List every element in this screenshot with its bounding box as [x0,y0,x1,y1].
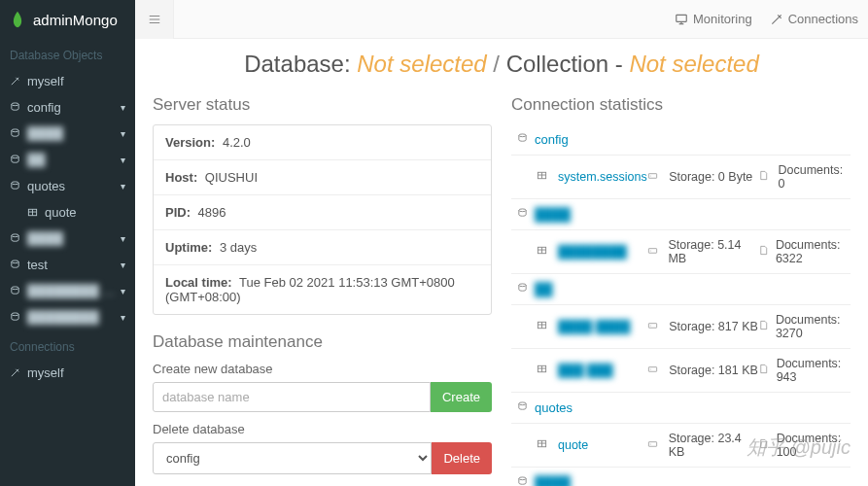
chevron-down-icon: ▾ [121,312,125,323]
db-row: ██ [511,274,851,305]
topbar: Monitoring Connections [135,0,868,39]
svg-point-7 [12,287,18,290]
db-icon [517,132,535,147]
collection-row: ███ ███Storage: 181 KBDocuments: 943 [511,349,851,393]
server-status-heading: Server status [153,95,492,115]
magic-icon [10,367,21,378]
create-db-button[interactable]: Create [431,382,492,412]
brand-title: adminMongo [33,12,118,28]
magic-icon [10,76,21,87]
delete-db-select[interactable]: config [153,442,432,474]
svg-rect-23 [649,367,657,372]
collection-link[interactable]: ████ ████ [558,320,630,333]
storage-value: Storage: 5.14 MB [668,238,758,265]
page-title: Database: Not selected / Collection - No… [153,51,851,78]
sidebar-item-test[interactable]: test▾ [0,252,135,278]
server-status-row: Host: QIUSHUI [154,160,491,195]
monitor-icon [675,13,688,26]
connections-link[interactable]: Connections [770,12,858,26]
disk-icon [647,438,663,452]
db-icon [517,282,535,296]
db-icon [517,400,535,415]
svg-point-2 [12,156,18,158]
sidebar-item-████████-███[interactable]: ████████ ███▾ [0,278,135,304]
collection-link[interactable]: ████████ [558,245,627,259]
sidebar-item-label: config [27,100,121,115]
db-link[interactable]: config [535,132,569,147]
disk-icon [647,320,663,333]
db-link[interactable]: quotes [535,400,573,415]
sidebar-item-████[interactable]: ████▾ [0,226,135,252]
svg-point-1 [12,129,18,132]
sidebar-item-config[interactable]: config▾ [0,94,135,121]
storage-value: Storage: 23.4 KB [669,432,759,459]
disk-icon [647,364,663,377]
sidebar-conn-myself[interactable]: myself [0,360,135,386]
logo-icon [8,10,27,29]
sidebar-item-label: ████ [27,231,121,246]
collection-link[interactable]: quote [558,438,588,452]
collection-link[interactable]: ███ ███ [558,364,613,377]
sidebar-item-quote[interactable]: quote [0,199,135,226]
svg-point-25 [519,402,526,405]
db-icon [10,286,21,296]
collection-link[interactable]: system.sessions [558,170,647,184]
monitoring-link[interactable]: Monitoring [675,12,752,26]
db-row: ████ [511,468,851,486]
svg-point-3 [12,182,18,185]
table-icon [537,438,552,452]
main-area: Monitoring Connections Database: Not sel… [135,0,868,486]
svg-point-14 [519,209,526,212]
doc-icon [758,245,770,259]
menu-toggle-button[interactable] [135,0,174,39]
server-status-row: Version: 4.2.0 [154,125,491,160]
sidebar-item-██[interactable]: ██▾ [0,147,135,173]
storage-value: Storage: 181 KB [669,364,758,377]
svg-point-10 [519,134,526,137]
content: Database: Not selected / Collection - No… [135,39,868,486]
storage-value: Storage: 0 Byte [669,170,752,184]
hamburger-icon [148,13,161,26]
db-link[interactable]: ████ [535,207,571,222]
svg-rect-20 [649,324,657,329]
sidebar-item-label: quotes [27,179,121,193]
svg-rect-12 [649,174,657,179]
sidebar-item-myself[interactable]: myself [0,68,135,94]
sidebar-item-label: ████ [27,126,121,141]
db-link[interactable]: ████ [535,475,571,486]
sidebar-item-████████[interactable]: ████████▾ [0,304,135,330]
db-icon [10,102,21,113]
svg-rect-27 [649,442,657,447]
db-icon [517,475,535,486]
sidebar-section-connections: Connections [0,330,135,360]
collection-value: Not selected [629,51,758,77]
docs-value: Documents: 6322 [776,238,845,265]
chevron-down-icon: ▾ [121,286,125,296]
db-row: config [511,124,851,156]
sidebar-item-label: myself [27,365,125,380]
table-icon [537,364,552,377]
doc-icon [758,438,770,452]
delete-db-button[interactable]: Delete [432,442,492,474]
sidebar-item-label: test [27,258,121,272]
docs-value: Documents: 100 [777,432,845,459]
db-icon [517,207,535,222]
docs-value: Documents: 943 [777,357,845,384]
create-db-input[interactable] [153,382,431,412]
db-icon [10,233,21,244]
table-icon [537,245,552,259]
conn-stats-list: configsystem.sessionsStorage: 0 ByteDocu… [511,124,851,486]
chevron-down-icon: ▾ [121,102,125,113]
table-icon [537,170,552,184]
sidebar-item-quotes[interactable]: quotes▾ [0,173,135,199]
db-value: Not selected [357,51,486,77]
db-row: ████ [511,199,851,230]
storage-value: Storage: 817 KB [669,320,758,333]
server-status-row: Local time: Tue Feb 02 2021 11:53:13 GMT… [154,265,491,314]
chevron-down-icon: ▾ [121,233,125,244]
sidebar-section-db-objects: Database Objects [0,39,135,68]
svg-rect-9 [677,15,687,21]
svg-point-17 [650,251,651,252]
db-link[interactable]: ██ [535,282,552,296]
sidebar-item-████[interactable]: ████▾ [0,121,135,147]
